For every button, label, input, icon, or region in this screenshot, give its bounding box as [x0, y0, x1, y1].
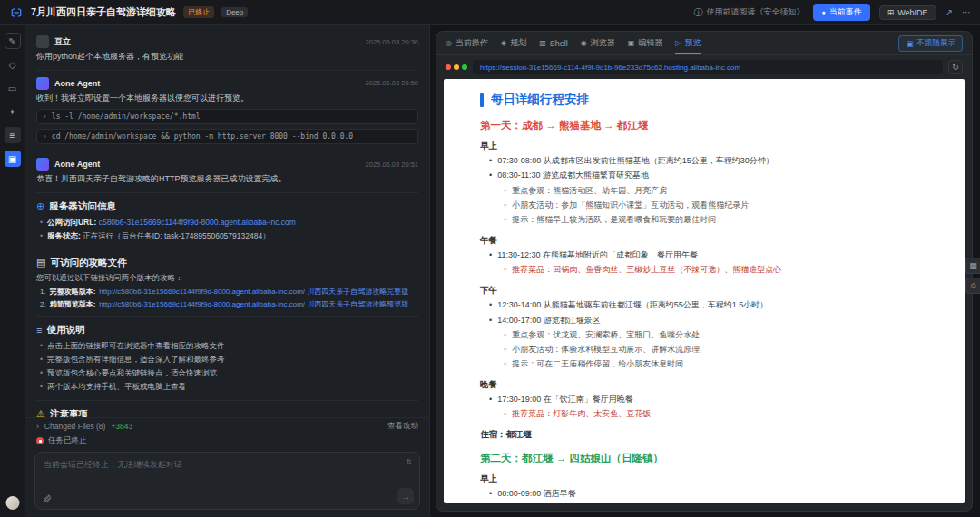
compose-icon[interactable]: ✎: [5, 33, 21, 49]
bullet-text: 点击上面的链接即可在浏览器中查看相应的攻略文件: [47, 340, 225, 352]
current-event-button[interactable]: ● 当前事件: [813, 4, 869, 21]
globe-icon: ⊕: [36, 200, 44, 212]
itinerary-text: 14:00-17:00 游览都江堰景区: [497, 315, 601, 327]
tab-current-action[interactable]: ◎当前操作: [446, 32, 488, 54]
itinerary-subitem: ◦提示：熊猫早上较为活跃，是观看喂食和玩耍的最佳时间: [504, 214, 939, 227]
desktop-icon[interactable]: ▭: [5, 80, 21, 96]
tasks-icon[interactable]: ≡: [5, 127, 21, 143]
widgets-icon[interactable]: ▦: [965, 258, 980, 274]
inline-link[interactable]: c580b6-31e15669c1144f9f9d-8000.agent.ali…: [96, 218, 296, 227]
bullet-item: •两个版本均支持手机、平板或电脑上查看: [40, 381, 418, 393]
safety-notice-text: 使用前请阅读《安全须知》: [706, 6, 804, 18]
itinerary-text: 17:30-19:00 在「饮江南」餐厅用晚餐: [497, 394, 633, 406]
command-text: cd /home/admin/workspace && python -m ht…: [52, 132, 353, 141]
chat-input[interactable]: 当前会话已经终止，无法继续发起对话 ⇅ →: [34, 452, 420, 510]
section-title: 可访问的攻略文件: [50, 257, 126, 269]
open-external-icon[interactable]: ↻: [948, 60, 963, 74]
sub-bullet-icon: ◦: [504, 214, 506, 227]
strategy-link[interactable]: http://c580b6-31e15669c1144f9f9d-8000.ag…: [99, 299, 408, 309]
panel-tabbar: ◎当前操作◈规划▥Shell◉浏览器▣编辑器▷预览 ▣ 不跟随展示: [436, 32, 972, 55]
safety-notice-link[interactable]: ⓘ 使用前请阅读《安全须知》: [693, 6, 804, 19]
sub-bullet-icon: ◦: [504, 185, 506, 198]
itinerary-item: •12:30-14:00 从熊猫基地驱车前往都江堰（距离约55公里，车程约1.5…: [489, 299, 939, 312]
itinerary-item: •07:30-08:00 从成都市区出发前往熊猫基地（距离约15公里，车程约30…: [489, 155, 939, 168]
sub-bullet-icon: ◦: [504, 344, 506, 356]
webide-button[interactable]: ⊞ WebIDE: [879, 5, 936, 20]
webide-icon: ⊞: [887, 8, 895, 17]
itinerary-text: 08:30-11:30 游览成都大熊猫繁育研究基地: [497, 170, 649, 182]
bullet-item: •完整版包含所有详细信息，适合深入了解和最终参考: [40, 354, 418, 366]
time-of-day-label: 下午: [480, 285, 939, 297]
view-changes-button[interactable]: 查看改动: [387, 421, 418, 432]
tab-plan[interactable]: ◈规划: [501, 32, 526, 54]
resize-input-icon[interactable]: ⇅: [406, 458, 412, 466]
bullet-text: 完整版包含所有详细信息，适合深入了解和最终参考: [47, 354, 225, 366]
message-section: ⚠注意事项•服务器将持续运行，直到您明确要求停止•如果您想停止服务器，只需告诉我…: [36, 400, 418, 417]
itinerary-body: 第一天：成都 → 熊猫基地 → 都江堰早上•07:30-08:00 从成都市区出…: [480, 119, 939, 503]
bullet-dot-icon: •: [489, 155, 492, 168]
link-item: 2.精简预览版本:http://c580b6-31e15669c1144f9f9…: [40, 299, 418, 309]
command-row[interactable]: ›ls -l /home/admin/workspace/*.html: [36, 109, 418, 124]
mode-badge: Deep: [221, 7, 248, 17]
agent-app-icon[interactable]: ▣: [5, 151, 21, 167]
bullet-dot-icon: •: [489, 249, 492, 262]
timestamp: 2025.06.03 20:50: [366, 79, 418, 87]
changed-files-label: Changed Files (8): [44, 422, 106, 431]
bullet-value: 正在运行（后台任务ID: task-1748955060579132484）: [81, 231, 270, 240]
chat-message: 豆立2025.06.03 20:30你用python起个本地服务器，有预览功能: [36, 29, 418, 71]
bullet-dot-icon: •: [489, 394, 492, 406]
user-avatar[interactable]: [5, 496, 19, 510]
discover-icon[interactable]: ◇: [5, 56, 21, 73]
follow-toggle-button[interactable]: ▣ 不跟随展示: [898, 35, 963, 52]
section-heading: ▤可访问的攻略文件: [36, 257, 418, 269]
more-icon[interactable]: ⋯: [962, 7, 971, 17]
send-button[interactable]: →: [397, 488, 414, 504]
preview-page: 每日详细行程安排 第一天：成都 → 熊猫基地 → 都江堰早上•07:30-08:…: [444, 79, 965, 503]
itinerary-subitem: ◦推荐菜品：回锅肉、鱼香肉丝、三椒炒土豆丝（不辣可选）、熊猫造型点心: [504, 264, 939, 277]
section-title: 使用说明: [46, 324, 84, 337]
task-status-text: 任务已终止: [48, 435, 87, 446]
bullet-dot-icon: •: [489, 315, 492, 327]
itinerary-item: •08:00-09:00 酒店早餐: [489, 488, 939, 501]
itinerary-item: •17:30-19:00 在「饮江南」餐厅用晚餐: [489, 394, 939, 406]
itinerary-subitem: ◦小朋友活动：参加「熊猫知识小课堂」互动活动，观看熊猫纪录片: [504, 200, 939, 212]
strategy-link[interactable]: http://c580b6-31e15669c1144f9f9d-8000.ag…: [99, 287, 408, 297]
tab-browser[interactable]: ◉浏览器: [581, 32, 615, 54]
bullet-item: •预览版包含核心要点和关键链接点，适合快速浏览: [40, 367, 418, 379]
tools-icon[interactable]: ✦: [5, 103, 21, 120]
tab-shell[interactable]: ▥Shell: [539, 32, 568, 54]
document-icon: ▤: [36, 257, 45, 268]
tab-preview[interactable]: ▷预览: [675, 32, 701, 54]
attachment-icon[interactable]: [43, 493, 52, 503]
changed-files-bar[interactable]: › Changed Files (8) +3843 查看改动: [25, 417, 429, 434]
title-accent-bar: [480, 93, 484, 107]
itinerary-title-text: 每日详细行程安排: [491, 92, 589, 108]
chevron-right-icon: ›: [36, 422, 39, 431]
assistant-icon[interactable]: ☺: [965, 278, 980, 294]
tab-label: 预览: [684, 37, 701, 49]
timestamp: 2025.06.03 20:51: [366, 161, 418, 169]
sender-avatar: [36, 35, 49, 48]
info-icon: ⓘ: [693, 6, 702, 19]
stopped-icon: [36, 437, 44, 444]
webide-label: WebIDE: [897, 8, 927, 17]
sub-bullet-icon: ◦: [504, 408, 506, 421]
link-label: 精简预览版本:: [50, 299, 96, 309]
share-icon[interactable]: ↗: [946, 7, 953, 17]
address-bar[interactable]: https://session-31e15669-c114-4f9f-9d1b-…: [473, 60, 943, 74]
tab-editor[interactable]: ▣编辑器: [628, 32, 663, 54]
maximize-dot-icon: [462, 64, 467, 70]
bullet-dot-icon: •: [40, 367, 43, 379]
message-section: ▤可访问的攻略文件您可以通过以下链接访问两个版本的攻略：1.完整攻略版本:htt…: [36, 249, 418, 309]
itinerary-subtext: 小朋友活动：参加「熊猫知识小课堂」互动活动，观看熊猫纪录片: [512, 200, 749, 212]
timestamp: 2025.06.03 20:30: [366, 38, 418, 46]
command-row[interactable]: ›cd /home/admin/workspace && python -m h…: [36, 129, 418, 144]
current-action-tab-icon: ◎: [446, 39, 452, 47]
day-heading: 第一天：成都 → 熊猫基地 → 都江堰: [480, 119, 939, 132]
browser-tab-icon: ◉: [581, 39, 587, 47]
agent-avatar: [36, 77, 49, 90]
itinerary-text: 08:00-09:00 酒店早餐: [497, 488, 576, 501]
bullet-text: 两个版本均支持手机、平板或电脑上查看: [47, 381, 186, 393]
itinerary-subtext: 小朋友活动：体验水利模型互动展示、讲解水流原理: [512, 344, 700, 356]
itinerary-text: 12:30-14:00 从熊猫基地驱车前往都江堰（距离约55公里，车程约1.5小…: [497, 299, 768, 312]
